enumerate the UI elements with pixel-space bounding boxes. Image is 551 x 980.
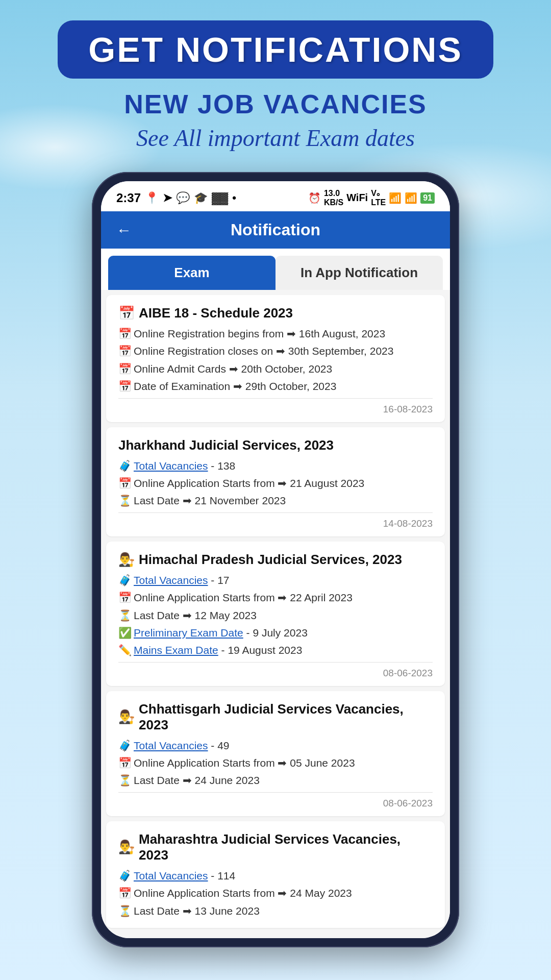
signal-icon: ▓▓ — [212, 191, 228, 205]
message-icon: 💬 — [176, 191, 190, 205]
nav-icon: ➤ — [163, 191, 172, 205]
card-line-aibe-1: 📅 Online Registration begins from ➡ 16th… — [118, 326, 433, 341]
card-line-jharkhand-2: 📅 Online Application Starts from ➡ 21 Au… — [118, 476, 433, 491]
content-area: 📅 AIBE 18 - Schedule 2023 📅 Online Regis… — [101, 290, 450, 938]
header-banner: GET NOTIFICATIONS NEW JOB VACANCIES See … — [0, 0, 551, 162]
card-date-chhattisgarh: 08-06-2023 — [118, 798, 433, 809]
tab-exam[interactable]: Exam — [108, 256, 276, 290]
notification-card-maharashtra[interactable]: 👨‍⚖️ Maharashtra Judicial Services Vacan… — [106, 821, 445, 928]
total-vacancies-link-jharkhand[interactable]: Total Vacancies — [134, 460, 208, 472]
emoji-aibe-2: 📅 — [118, 344, 132, 358]
card-line-maharashtra-2: 📅 Online Application Starts from ➡ 24 Ma… — [118, 886, 433, 900]
card-line-aibe-4: 📅 Date of Examination ➡ 29th October, 20… — [118, 379, 433, 394]
total-vacancies-link-maharashtra[interactable]: Total Vacancies — [134, 870, 208, 881]
get-notifications-badge: GET NOTIFICATIONS — [58, 20, 493, 79]
card-line-aibe-2: 📅 Online Registration closes on ➡ 30th S… — [118, 344, 433, 358]
back-button[interactable]: ← — [116, 222, 132, 239]
tabs-container: Exam In App Notification — [101, 249, 450, 290]
phone-frame: 2:37 📍 ➤ 💬 🎓 ▓▓ • ⏰ 13.0KB/S WiFi VₒLTE … — [92, 172, 459, 947]
card-line-chhattisgarh-3: ⏳ Last Date ➡ 24 June 2023 — [118, 773, 433, 788]
emoji-chhattisgarh-3: ⏳ — [118, 773, 132, 788]
emoji-himachal-1: 🧳 — [118, 573, 132, 587]
card-title-maharashtra: 👨‍⚖️ Maharashtra Judicial Services Vacan… — [118, 831, 433, 863]
phone-screen: 2:37 📍 ➤ 💬 🎓 ▓▓ • ⏰ 13.0KB/S WiFi VₒLTE … — [101, 181, 450, 938]
card-line-jharkhand-3: ⏳ Last Date ➡ 21 November 2023 — [118, 493, 433, 508]
emoji-aibe-1: 📅 — [118, 326, 132, 341]
card-line-jharkhand-1: 🧳 Total Vacancies - 138 — [118, 458, 433, 473]
emoji-himachal-mains: ✏️ — [118, 643, 132, 657]
emoji-himachal-title: 👨‍⚖️ — [118, 552, 135, 568]
card-line-aibe-3: 📅 Online Admit Cards ➡ 20th October, 202… — [118, 361, 433, 376]
card-line-maharashtra-3: ⏳ Last Date ➡ 13 June 2023 — [118, 903, 433, 918]
emoji-maharashtra-3: ⏳ — [118, 903, 132, 918]
status-time: 2:37 — [116, 191, 141, 205]
app-header: ← Notification — [101, 211, 450, 249]
notification-card-himachal[interactable]: 👨‍⚖️ Himachal Pradesh Judicial Services,… — [106, 542, 445, 686]
emoji-aibe-4: 📅 — [118, 379, 132, 394]
total-vacancies-link-himachal[interactable]: Total Vacancies — [134, 574, 208, 586]
emoji-himachal-3: ⏳ — [118, 608, 132, 623]
calendar-emoji-aibe: 📅 — [118, 305, 135, 321]
emoji-chhattisgarh-title: 👨‍⚖️ — [118, 709, 135, 725]
alarm-icon: ⏰ — [308, 192, 321, 204]
emoji-chhattisgarh-2: 📅 — [118, 755, 132, 770]
card-line-himachal-2: 📅 Online Application Starts from ➡ 22 Ap… — [118, 590, 433, 605]
emoji-jharkhand-3: ⏳ — [118, 493, 132, 508]
signal-bar-icon: 📶 — [389, 192, 402, 204]
tab-in-app-notification[interactable]: In App Notification — [276, 256, 443, 290]
card-title-jharkhand: Jharkhand Judicial Services, 2023 — [118, 437, 433, 453]
get-notifications-title: GET NOTIFICATIONS — [88, 30, 463, 69]
card-line-himachal-1: 🧳 Total Vacancies - 17 — [118, 573, 433, 587]
emoji-jharkhand-1: 🧳 — [118, 458, 132, 473]
card-date-himachal: 08-06-2023 — [118, 668, 433, 679]
notification-card-jharkhand[interactable]: Jharkhand Judicial Services, 2023 🧳 Tota… — [106, 427, 445, 536]
exam-dates-text: See All important Exam dates — [31, 125, 520, 152]
card-line-maharashtra-1: 🧳 Total Vacancies - 114 — [118, 868, 433, 883]
emoji-jharkhand-2: 📅 — [118, 476, 132, 491]
dot-icon: • — [232, 191, 236, 205]
status-left: 2:37 📍 ➤ 💬 🎓 ▓▓ • — [116, 191, 236, 205]
battery-icon: 91 — [420, 192, 435, 204]
card-line-himachal-3: ⏳ Last Date ➡ 12 May 2023 — [118, 608, 433, 623]
data-speed: 13.0KB/S — [324, 189, 343, 207]
notification-card-chhattisgarh[interactable]: 👨‍⚖️ Chhattisgarh Judicial Services Vaca… — [106, 691, 445, 816]
card-date-jharkhand: 14-08-2023 — [118, 518, 433, 529]
status-right: ⏰ 13.0KB/S WiFi VₒLTE 📶 📶 91 — [308, 188, 435, 207]
wifi-icon: WiFi — [346, 192, 368, 204]
emoji-himachal-prelim: ✅ — [118, 625, 132, 640]
total-vacancies-link-chhattisgarh[interactable]: Total Vacancies — [134, 740, 208, 751]
mains-exam-date-link-himachal[interactable]: Mains Exam Date — [134, 644, 218, 656]
emoji-chhattisgarh-1: 🧳 — [118, 738, 132, 753]
card-line-himachal-prelim: ✅ Preliminary Exam Date - 9 July 2023 — [118, 625, 433, 640]
card-title-aibe: 📅 AIBE 18 - Schedule 2023 — [118, 305, 433, 321]
academic-icon: 🎓 — [194, 191, 208, 205]
emoji-himachal-2: 📅 — [118, 590, 132, 605]
location-icon: 📍 — [145, 191, 159, 205]
status-bar: 2:37 📍 ➤ 💬 🎓 ▓▓ • ⏰ 13.0KB/S WiFi VₒLTE … — [101, 181, 450, 211]
card-title-chhattisgarh: 👨‍⚖️ Chhattisgarh Judicial Services Vaca… — [118, 701, 433, 733]
card-line-himachal-mains: ✏️ Mains Exam Date - 19 August 2023 — [118, 643, 433, 657]
signal-bar2-icon: 📶 — [405, 192, 417, 204]
emoji-maharashtra-1: 🧳 — [118, 868, 132, 883]
emoji-aibe-3: 📅 — [118, 361, 132, 376]
emoji-maharashtra-2: 📅 — [118, 886, 132, 900]
emoji-maharashtra-title: 👨‍⚖️ — [118, 839, 135, 855]
card-date-aibe: 16-08-2023 — [118, 404, 433, 415]
card-title-himachal: 👨‍⚖️ Himachal Pradesh Judicial Services,… — [118, 552, 433, 568]
new-job-vacancies-text: NEW JOB VACANCIES — [31, 89, 520, 119]
card-line-chhattisgarh-2: 📅 Online Application Starts from ➡ 05 Ju… — [118, 755, 433, 770]
card-line-chhattisgarh-1: 🧳 Total Vacancies - 49 — [118, 738, 433, 753]
lte-icon: VₒLTE — [371, 188, 386, 207]
prelim-exam-date-link-himachal[interactable]: Preliminary Exam Date — [134, 627, 243, 639]
app-title: Notification — [142, 220, 409, 239]
notification-card-aibe[interactable]: 📅 AIBE 18 - Schedule 2023 📅 Online Regis… — [106, 295, 445, 422]
